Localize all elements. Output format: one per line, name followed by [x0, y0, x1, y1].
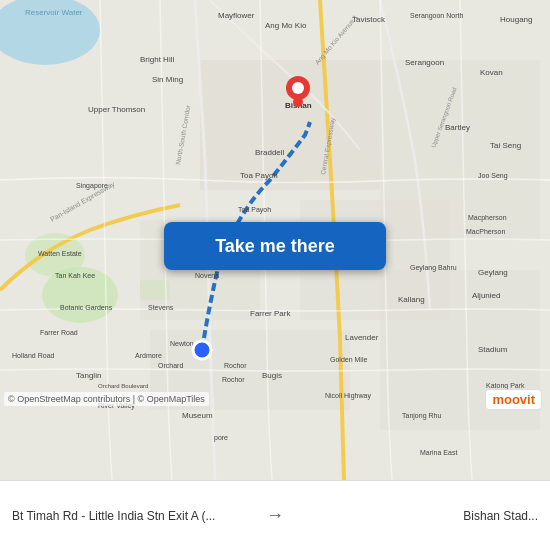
svg-text:Braddell: Braddell — [255, 148, 285, 157]
footer-destination-label: Bishan Stad... — [292, 509, 538, 523]
svg-text:Orchard Boulevard: Orchard Boulevard — [98, 383, 148, 389]
svg-text:Tanglin: Tanglin — [76, 371, 101, 380]
svg-text:Farrer Road: Farrer Road — [40, 329, 78, 336]
svg-text:Stevens: Stevens — [148, 304, 174, 311]
map-attribution: © OpenStreetMap contributors | © OpenMap… — [4, 392, 209, 406]
svg-text:Watten Estate: Watten Estate — [38, 250, 82, 257]
svg-text:Botanic Gardens: Botanic Gardens — [60, 304, 113, 311]
map-container: Reservoir Water — [0, 0, 550, 480]
svg-text:Bartley: Bartley — [445, 123, 470, 132]
take-me-there-button[interactable]: Take me there — [164, 222, 386, 270]
svg-text:Kovan: Kovan — [480, 68, 503, 77]
svg-text:Rochor: Rochor — [224, 362, 247, 369]
svg-text:Upper Thomson: Upper Thomson — [88, 105, 145, 114]
svg-text:Holland Road: Holland Road — [12, 352, 55, 359]
svg-text:Macpherson: Macpherson — [468, 214, 507, 222]
svg-text:Geylang Bahru: Geylang Bahru — [410, 264, 457, 272]
svg-text:Tai Seng: Tai Seng — [490, 141, 521, 150]
svg-text:Toa Payoh: Toa Payoh — [238, 206, 271, 214]
svg-text:Rochor: Rochor — [222, 376, 245, 383]
svg-text:Ardmore: Ardmore — [135, 352, 162, 359]
svg-text:Reservoir Water: Reservoir Water — [25, 8, 83, 17]
svg-text:Joo Seng: Joo Seng — [478, 172, 508, 180]
svg-text:Novena: Novena — [195, 272, 219, 279]
svg-text:Museum: Museum — [182, 411, 213, 420]
svg-point-74 — [292, 82, 304, 94]
footer-origin-label: Bt Timah Rd - Little India Stn Exit A (.… — [12, 509, 258, 523]
svg-text:Serangoon: Serangoon — [405, 58, 444, 67]
moovit-logo: moovit — [485, 389, 542, 410]
svg-text:Nicoll Highway: Nicoll Highway — [325, 392, 371, 400]
svg-text:Newton: Newton — [170, 340, 194, 347]
svg-text:Stadium: Stadium — [478, 345, 508, 354]
svg-text:Lavender: Lavender — [345, 333, 379, 342]
svg-text:Sin Ming: Sin Ming — [152, 75, 183, 84]
svg-text:Toa Payoh: Toa Payoh — [240, 171, 278, 180]
svg-text:Hougang: Hougang — [500, 15, 532, 24]
svg-text:Bright Hill: Bright Hill — [140, 55, 174, 64]
svg-text:Tan Kah Kee: Tan Kah Kee — [55, 272, 95, 279]
footer-arrow-icon: → — [266, 505, 284, 526]
svg-text:Ang Mo Kio: Ang Mo Kio — [265, 21, 307, 30]
svg-text:Farrer Park: Farrer Park — [250, 309, 291, 318]
svg-text:Orchard: Orchard — [158, 362, 183, 369]
svg-text:Kallang: Kallang — [398, 295, 425, 304]
svg-text:Serangoon North: Serangoon North — [410, 12, 463, 20]
svg-text:Aljunied: Aljunied — [472, 291, 500, 300]
svg-text:pore: pore — [214, 434, 228, 442]
svg-point-70 — [193, 341, 211, 359]
svg-text:Bugis: Bugis — [262, 371, 282, 380]
svg-text:Mayflower: Mayflower — [218, 11, 255, 20]
footer-bar: Bt Timah Rd - Little India Stn Exit A (.… — [0, 480, 550, 550]
svg-text:Geylang: Geylang — [478, 268, 508, 277]
svg-text:Tanjong Rhu: Tanjong Rhu — [402, 412, 441, 420]
svg-text:Marina East: Marina East — [420, 449, 457, 456]
svg-text:Golden Mile: Golden Mile — [330, 356, 367, 363]
svg-text:MacPherson: MacPherson — [466, 228, 505, 235]
